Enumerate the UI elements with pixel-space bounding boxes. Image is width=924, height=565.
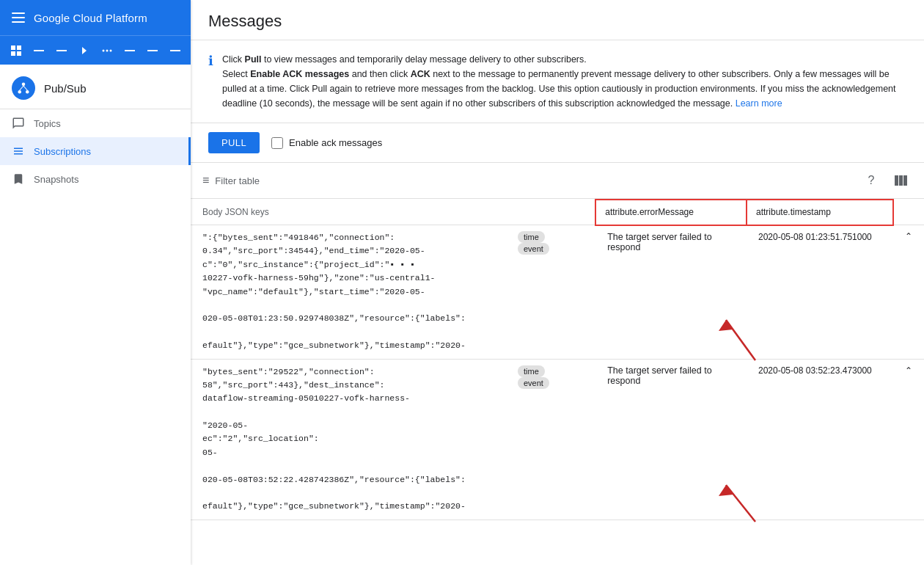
grid-icon[interactable] xyxy=(6,40,26,61)
row1-body: ":{"bytes_sent":"491846","connection": 0… xyxy=(191,225,506,360)
svg-rect-5 xyxy=(56,50,67,51)
svg-rect-2 xyxy=(11,51,15,56)
hamburger-icon[interactable] xyxy=(12,12,25,23)
svg-rect-3 xyxy=(17,51,21,56)
dots-icon[interactable] xyxy=(97,40,117,61)
info-text-content: Click Pull to view messages and temporar… xyxy=(222,52,906,111)
row1-error-text: The target server failed to respond xyxy=(607,232,711,252)
svg-point-12 xyxy=(22,83,26,87)
dash-icon-4[interactable] xyxy=(142,40,162,61)
col-header-body: Body JSON keys xyxy=(191,200,506,225)
svg-rect-4 xyxy=(34,50,44,51)
main-content: Messages ℹ Click Pull to view messages a… xyxy=(191,0,924,565)
chevron-right-icon[interactable] xyxy=(74,40,94,61)
tag-time-2: time xyxy=(518,365,545,377)
row2-timestamp: 2020-05-08 03:52:23.473000 xyxy=(747,359,893,520)
filter-icon: ≡ xyxy=(202,174,209,187)
row2-toggle[interactable]: ⌃ xyxy=(893,359,924,520)
pull-bold: Pull xyxy=(245,54,262,65)
columns-icon[interactable] xyxy=(889,169,912,192)
row1-tags: time event xyxy=(506,225,595,360)
actions-row: PULL Enable ack messages xyxy=(191,123,924,163)
pubsub-title: Pub/Sub xyxy=(44,82,87,95)
dash-icon-2[interactable] xyxy=(51,40,71,61)
app-title: Google Cloud Platform xyxy=(34,12,147,24)
row2-tags: time event xyxy=(506,359,595,520)
page-title: Messages xyxy=(208,12,906,31)
pubsub-logo xyxy=(12,76,35,100)
toolbar-row xyxy=(0,35,191,65)
enable-ack-bold: Enable ACK messages xyxy=(250,69,349,79)
page-header: Messages xyxy=(191,0,924,40)
table-area: ≡ Filter table ? Body JSON keys att xyxy=(191,163,924,565)
info-banner: ℹ Click Pull to view messages and tempor… xyxy=(191,40,924,123)
sidebar: Google Cloud Platform xyxy=(0,0,191,565)
sidebar-item-subscriptions[interactable]: Subscriptions xyxy=(0,137,191,165)
svg-rect-18 xyxy=(899,175,903,186)
sidebar-item-topics[interactable]: Topics xyxy=(0,109,191,137)
table-toolbar: ≡ Filter table ? xyxy=(191,163,924,199)
enable-ack-checkbox[interactable] xyxy=(271,137,283,149)
row2-error-text: The target server failed to respond xyxy=(607,365,711,386)
row2-error-msg: The target server failed to respond xyxy=(595,359,747,520)
svg-rect-9 xyxy=(125,50,135,51)
sidebar-item-snapshots[interactable]: Snapshots xyxy=(0,165,191,193)
tag-time: time xyxy=(518,231,545,243)
col-header-tags xyxy=(506,200,595,225)
sidebar-header: Google Cloud Platform xyxy=(0,0,191,35)
svg-rect-1 xyxy=(17,45,21,50)
svg-rect-0 xyxy=(11,45,15,50)
table-actions: ? xyxy=(859,169,912,192)
table-wrapper: Body JSON keys attribute.errorMessage at… xyxy=(191,199,924,520)
filter-label[interactable]: Filter table xyxy=(215,175,260,186)
dash-icon-5[interactable] xyxy=(165,40,185,61)
svg-rect-10 xyxy=(147,50,158,51)
enable-ack-label: Enable ack messages xyxy=(289,137,382,148)
topics-label: Topics xyxy=(34,118,61,129)
pubsub-header: Pub/Sub xyxy=(0,65,191,109)
svg-line-15 xyxy=(20,86,23,90)
row2-timestamp-text: 2020-05-08 03:52:23.473000 xyxy=(758,365,872,376)
subscriptions-label: Subscriptions xyxy=(34,146,91,157)
sidebar-nav: Topics Subscriptions Snapshots xyxy=(0,109,191,193)
dash-icon-3[interactable] xyxy=(120,40,139,61)
svg-point-13 xyxy=(18,90,22,94)
info-icon: ℹ xyxy=(208,53,213,69)
pull-button[interactable]: PULL xyxy=(208,132,260,153)
table-row: ":{"bytes_sent":"491846","connection": 0… xyxy=(191,225,924,360)
row2-body-text: "bytes_sent":"29522","connection": 58","… xyxy=(202,365,494,514)
row1-error-msg: The target server failed to respond xyxy=(595,225,747,360)
col-header-attr-error: attribute.errorMessage xyxy=(595,200,747,225)
filter-section: ≡ Filter table xyxy=(202,174,260,187)
svg-point-6 xyxy=(102,49,104,51)
row1-timestamp-text: 2020-05-08 01:23:51.751000 xyxy=(758,232,872,242)
row2-body: "bytes_sent":"29522","connection": 58","… xyxy=(191,359,506,520)
ack-bold: ACK xyxy=(411,69,430,79)
svg-point-14 xyxy=(26,90,29,94)
col-header-attr-timestamp: attribute.timestamp xyxy=(747,200,893,225)
learn-more-link[interactable]: Learn more xyxy=(736,98,782,109)
snapshots-label: Snapshots xyxy=(34,174,78,185)
enable-ack-checkbox-label[interactable]: Enable ack messages xyxy=(271,137,382,149)
row1-timestamp: 2020-05-08 01:23:51.751000 xyxy=(747,225,893,360)
help-icon[interactable]: ? xyxy=(859,169,883,192)
svg-rect-11 xyxy=(170,50,180,51)
row1-body-text: ":{"bytes_sent":"491846","connection": 0… xyxy=(202,231,494,353)
tag-event-2: event xyxy=(518,377,549,389)
svg-line-16 xyxy=(23,86,27,90)
svg-point-8 xyxy=(109,49,111,51)
dash-icon-1[interactable] xyxy=(29,40,48,61)
row1-toggle[interactable]: ⌃ xyxy=(893,225,924,360)
svg-rect-19 xyxy=(903,175,907,186)
messages-table: Body JSON keys attribute.errorMessage at… xyxy=(191,199,924,520)
table-row: "bytes_sent":"29522","connection": 58","… xyxy=(191,359,924,520)
svg-point-7 xyxy=(106,49,108,51)
svg-rect-17 xyxy=(895,175,898,186)
tag-event: event xyxy=(518,243,549,255)
col-header-expand xyxy=(893,200,924,225)
